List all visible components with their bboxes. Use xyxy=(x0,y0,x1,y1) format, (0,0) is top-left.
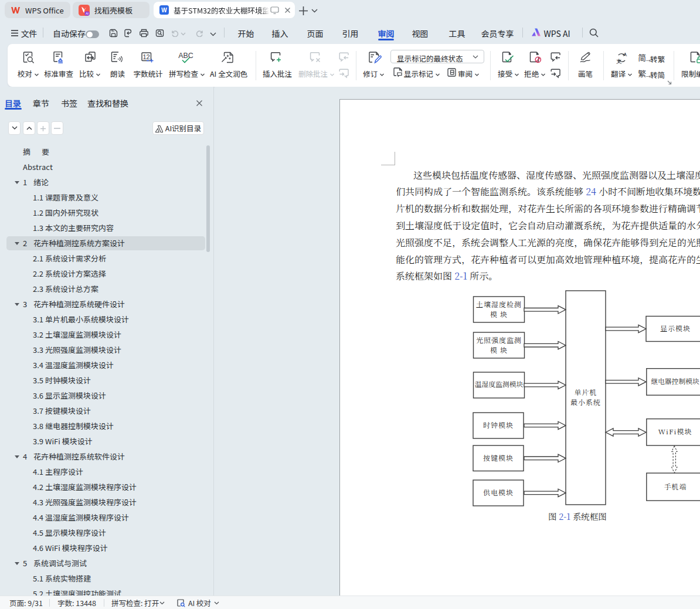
svg-text:图 2-1 系统框图: 图 2-1 系统框图 xyxy=(548,510,607,522)
svg-text:WiFi模块: WiFi模块 xyxy=(658,426,692,436)
svg-text:显示模块: 显示模块 xyxy=(660,323,691,333)
svg-text:光照强度监测: 光照强度监测 xyxy=(476,335,522,345)
svg-text:继电器控制模块: 继电器控制模块 xyxy=(651,376,699,386)
svg-text:按键模块: 按键模块 xyxy=(483,453,514,462)
svg-text:单片机: 单片机 xyxy=(574,387,597,397)
svg-text:W: W xyxy=(161,7,167,13)
svg-text:模 块: 模 块 xyxy=(490,345,508,355)
svg-text:手机端: 手机端 xyxy=(664,481,687,491)
svg-text:12: 12 xyxy=(142,53,149,60)
svg-text:供电模块: 供电模块 xyxy=(483,487,514,497)
svg-text:ABC: ABC xyxy=(178,52,193,60)
svg-text:模 块: 模 块 xyxy=(490,309,508,319)
svg-text:时钟模块: 时钟模块 xyxy=(483,420,514,430)
svg-text:最小系统: 最小系统 xyxy=(570,397,601,407)
svg-text:温湿度监测模块: 温湿度监测模块 xyxy=(475,379,524,389)
svg-text:AI: AI xyxy=(86,12,89,15)
svg-text:土壤湿度检测: 土壤湿度检测 xyxy=(476,299,522,309)
